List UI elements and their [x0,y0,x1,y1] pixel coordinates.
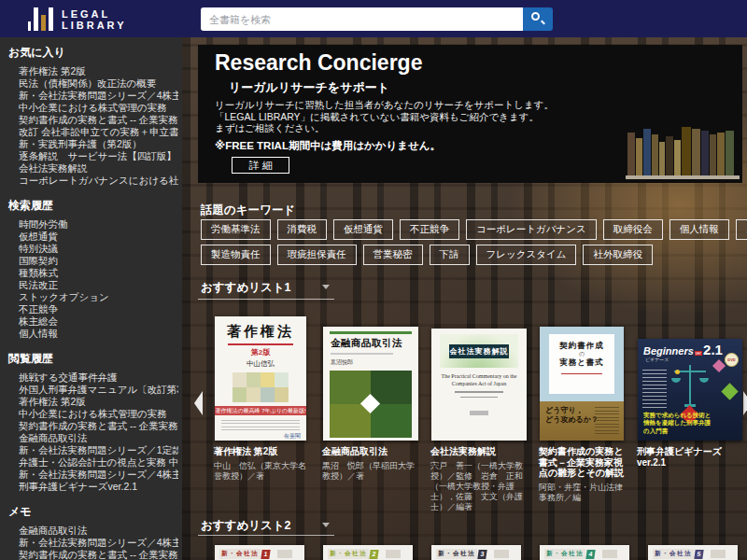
book-author: 中山 信弘（東京大学名誉教授）／著 [214,461,309,482]
recommended-list-1-title: おすすめリスト1 [201,280,291,296]
cover-title-line1: 契約書作成 [549,341,614,350]
logo-books-icon [28,7,53,31]
sidebar-item[interactable]: 契約書作成の実務と書式 -- 企業実務家視点… [8,420,178,432]
book-cover-kaishaho-jitsumu-kaisetsu[interactable]: 会社法実務解説 The Practical Commentary on the … [431,329,527,441]
book-cover-shin-kaishaho-3[interactable]: 新・会社法 3 [431,545,521,560]
book-title[interactable]: 著作権法 第2版 [214,446,309,457]
sidebar-item[interactable]: 特別決議 [8,243,178,255]
search-button[interactable] [523,7,553,31]
volume-number: 3 [477,550,486,559]
book-cover-shin-kaishaho-4[interactable]: 新・会社法 4 [540,545,629,560]
keyword-tag[interactable]: コーポレートガバナンス [466,219,597,240]
sidebar-item[interactable]: 著作権法 第2版 [8,65,178,77]
keyword-tag[interactable]: 個人情報 [669,219,729,240]
book-cover-shin-kaishaho-2[interactable]: 新・会社法 2 [323,545,413,560]
book-title[interactable]: 契約書作成の実務と書式－企業実務家視点の雛形とその解説 [539,446,627,479]
sidebar-item[interactable]: 個人情報 [8,328,178,340]
app-logo[interactable]: LEGAL LIBRARY [28,7,126,31]
keyword-tag[interactable]: ストックオプション [736,219,747,240]
cover-art [494,550,509,558]
sidebar-item[interactable]: 民法改正 [8,279,178,291]
cover-art [602,550,617,558]
keyword-tag[interactable]: 製造物責任 [201,245,271,265]
banner-subtitle: リーガルリサーチをサポート [229,79,389,96]
carousel-prev-icon[interactable] [194,391,203,415]
sidebar-item[interactable]: 金融商品取引法 [8,525,178,537]
cover-art [233,372,289,402]
book-cover-keiyakusho-sakusei[interactable]: 契約書作成 の 実務と書式 どう守り， どう攻めるか？ [540,327,624,441]
sidebar-item[interactable]: 中小企業における株式管理の実務 [8,408,178,420]
cover-kana: ビギナーズ [645,357,669,362]
keyword-tag[interactable]: 労働基準法 [201,219,271,240]
sidebar-item[interactable]: 民法（債権関係）改正法の概要 [8,77,178,90]
carousel-next-icon[interactable] [743,391,747,415]
keyword-tag[interactable]: 社外取締役 [583,245,653,265]
keyword-tag[interactable]: 不正競争 [400,219,459,240]
sidebar-item[interactable]: 挑戦する交通事件弁護 [8,371,178,384]
cover-title: 会社法実務解説 [449,344,509,358]
chevron-down-icon[interactable] [322,285,330,289]
book-title[interactable]: 会社法実務解説 [430,446,529,457]
book-cover-shin-kaishaho-5[interactable]: 新・会社法 5 [648,545,738,560]
chevron-down-icon[interactable] [322,523,330,527]
banner-body-line1: リーガルリサーチに習熟した担当者があなたのリサーチをサポートします。 [215,99,554,111]
cover-art [386,550,401,558]
sidebar-item[interactable]: 新・会社法実務問題シリーズ／4株主総会… [8,90,178,102]
search-input[interactable] [201,7,523,31]
sidebar-section-search-history: 検索履歴 時間外労働 仮想通貨 特別決議 国際契約 種類株式 民法改正 ストック… [8,198,178,340]
book-cover-kinyu-shohin-torihikiho[interactable]: 金融商品取引法 黒沼悦郎 [323,327,418,441]
mini-cover-label: 新・会社法 3 [436,549,521,559]
sidebar-item[interactable]: 新・会社法実務問題シリーズ／4株主総会… [8,537,178,549]
sidebar-item[interactable]: 金融商品取引法 [8,432,178,444]
sidebar-item[interactable]: 新・実践刑事弁護（第2版） [8,138,178,150]
volume-number: 2 [369,550,378,559]
sidebar-item[interactable]: 弁護士・公認会計士の視点と実務 中小企業… [8,456,178,469]
sidebar-item[interactable]: 不正競争 [8,303,178,315]
book-title[interactable]: 刑事弁護ビギナーズver.2.1 [637,446,745,468]
banner-books-image [626,123,740,179]
cover-art [711,550,726,558]
sidebar-item[interactable]: 契約書作成の実務と書式 -- 企業実務家視点… [8,114,178,126]
cover-band-fine-print [595,406,619,434]
book-spines-illustration [627,125,738,175]
sidebar-section-memo: メモ 金融商品取引法 新・会社法実務問題シリーズ／4株主総会… 契約書作成の実務… [8,504,178,560]
keyword-tag[interactable]: 消費税 [277,219,328,240]
book-cover-keiji-bengo-beginners[interactable]: Beginners ver 2.1 ビギナーズ DVD 実務で求められる技術と情… [638,339,742,441]
sidebar-item[interactable]: 改訂 会社非訟申立ての実務＋申立書式集 [8,126,178,138]
sidebar-item[interactable]: 新・会社法実務問題シリーズ／1定款・各… [8,444,178,456]
book-cover-chosakukenho[interactable]: 著作権法 第2版 中山信弘 著作権法の最高峰 7年ぶりの最新版! 有斐閣 [215,316,306,441]
cover-publisher: 有斐閣 [215,432,306,441]
book-title[interactable]: 金融商品取引法 [322,446,421,457]
cover-brand: Beginners [643,345,694,357]
recommended-list-2-title: おすすめリスト2 [201,518,291,534]
sidebar-item[interactable]: ストックオプション [8,291,178,303]
sidebar-item[interactable]: 国際契約 [8,255,178,267]
sidebar-item[interactable]: 著作権法 第2版 [8,396,178,408]
keyword-tag[interactable]: 営業秘密 [363,245,423,265]
sidebar-item[interactable]: 刑事弁護ビギナーズver.2.1 [8,481,178,493]
cover-art: 会社法実務解説 [440,334,518,368]
sidebar-item[interactable]: 契約書作成の実務と書式 -- 企業実務家視点… [8,549,178,560]
sidebar-item[interactable]: 外国人刑事弁護マニュアル〔改訂第3版〕 [8,384,178,396]
keyword-tag[interactable]: 瑕疵担保責任 [277,245,357,265]
sidebar-item[interactable]: コーポレートガバナンスにおける社外取締… [8,175,178,187]
dvd-badge: DVD [725,353,739,367]
banner-detail-button[interactable]: 詳 細 [232,157,289,174]
volume-number: 1 [261,550,270,559]
keyword-tag[interactable]: 下請 [430,245,470,265]
sidebar-item[interactable]: 株主総会 [8,315,178,328]
sidebar-item[interactable]: 時間外労働 [8,218,178,231]
book-author: 黒沼 悦郎（早稲田大学教授）／著 [322,461,421,482]
cover-edition: 第2版 [215,347,306,357]
sidebar-item[interactable]: 仮想通貨 [8,231,178,243]
sidebar-item[interactable]: 中小企業における株式管理の実務 [8,102,178,114]
sidebar-item[interactable]: 種類株式 [8,267,178,279]
sidebar-item[interactable]: 逐条解説 サービサー法【四訂版】 [8,150,178,162]
keyword-tag[interactable]: 取締役会 [603,219,663,240]
keyword-tag[interactable]: 仮想通貨 [333,219,393,240]
keyword-tag[interactable]: フレックスタイム [476,245,577,265]
cover-title: 著作権法 [215,323,306,341]
sidebar-item[interactable]: 新・会社法実務問題シリーズ／4株主総会… [8,469,178,481]
book-cover-shin-kaishaho-1[interactable]: 新・会社法 1 [215,545,304,560]
sidebar-item[interactable]: 会社法実務解説 [8,162,178,175]
